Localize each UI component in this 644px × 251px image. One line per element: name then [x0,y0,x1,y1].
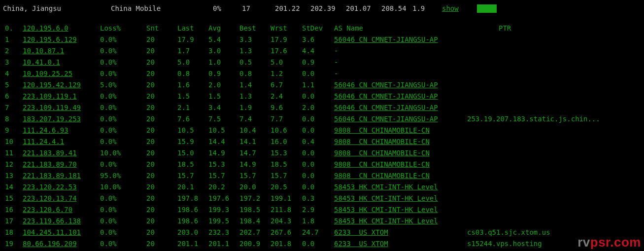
col-asname: AS Name [334,23,363,34]
hop-wrst: 9.6 [271,102,283,113]
hop-host[interactable]: 221.183.89.181 [23,170,81,181]
header-location: China, Jiangsu [3,3,61,14]
hop-best: 1.3 [239,91,252,102]
hop-ptr: 253.19.207.183.static.js.chin... [467,113,600,125]
hop-wrst: 10.6 [271,125,287,136]
hop-host[interactable]: 120.195.6.129 [23,34,77,45]
hop-avg: 5.4 [208,34,221,45]
hop-asname[interactable]: 56046 CN CMNET-JIANGSU-AP [334,102,438,113]
hop-host[interactable]: 10.41.0.1 [23,57,60,68]
hop-stdev: 1.1 [302,79,314,91]
show-link[interactable]: show [442,3,459,14]
hop-index: 14 [5,181,13,193]
hop-wrst: 17.9 [271,34,287,45]
hop-last: 5.0 [177,57,190,68]
hop-host[interactable]: 223.120.22.53 [23,181,77,193]
hop-asname: - [334,68,338,79]
hop-last: 10.5 [177,125,194,136]
hop-asname[interactable]: 9808 CN CHINAMOBILE-CN [334,125,430,136]
hop-last: 198.6 [177,215,198,227]
hop-best: 1.4 [239,79,252,91]
hop-wrst: 17.6 [271,45,287,57]
hop-stdev: 0.3 [302,193,314,204]
hop-host[interactable]: 221.183.89.41 [23,147,77,159]
hop-host[interactable]: 111.24.4.1 [23,136,64,147]
hop-last: 15.7 [177,170,194,181]
hop-best: 0.5 [239,57,252,68]
hop-asname[interactable]: 58453 HK CMI-INT-HK Level [334,215,438,227]
hop-host[interactable]: 104.245.11.101 [23,227,81,238]
hop-stdev: 0.0 [302,113,314,125]
hop-snt: 20 [146,91,155,102]
hop-host[interactable]: 223.109.119.1 [23,91,77,102]
hop-wrst: 267.6 [271,227,291,238]
hop-asname[interactable]: 9808 CN CHINAMOBILE-CN [334,147,430,159]
hop-asname[interactable]: 58453 HK CMI-INT-HK Level [334,193,438,204]
hop-asname[interactable]: 56046 CN CMNET-JIANGSU-AP [334,113,438,125]
hop-avg: 1.5 [208,91,221,102]
hop-index: 9 [5,125,9,136]
hop-loss: 10.0% [100,147,121,159]
hop-last: 197.8 [177,193,198,204]
hop-ptr: s15244.vps.hosting [467,238,542,250]
hop-last: 2.1 [177,102,190,113]
hop-stdev: 3.6 [302,34,314,45]
hop-stdev: 0.0 [302,159,314,170]
col-best: Best [239,23,256,34]
hop-host[interactable]: 120.195.6.0 [23,23,68,34]
hop-asname[interactable]: 58453 HK CMI-INT-HK Level [334,204,438,215]
hop-wrst: 1.2 [271,68,283,79]
hop-avg: 3.4 [208,102,221,113]
watermark-part2: psr.com [590,235,641,250]
hop-asname[interactable]: 6233 US XTOM [334,227,388,238]
hop-wrst: 6.7 [271,79,283,91]
hop-host[interactable]: 10.109.25.25 [23,68,72,79]
hop-stdev: 1.8 [302,215,314,227]
hop-asname[interactable]: 9808 CN CHINAMOBILE-CN [334,159,430,170]
col-snt: Snt [146,23,159,34]
hop-best: 14.1 [239,136,256,147]
hop-loss: 0.0% [100,125,117,136]
hop-wrst: 199.1 [271,193,291,204]
hop-asname[interactable]: 56046 CN CMNET-JIANGSU-AP [334,34,438,45]
hop-snt: 20 [146,57,155,68]
hop-host[interactable]: 223.109.119.49 [23,102,81,113]
col-loss: Loss% [100,23,121,34]
hop-asname[interactable]: 9808 CN CHINAMOBILE-CN [334,170,430,181]
hop-host[interactable]: 221.183.89.70 [23,159,77,170]
hop-asname[interactable]: 56046 CN CMNET-JIANGSU-AP [334,79,438,91]
hop-asname[interactable]: 9808 CN CHINAMOBILE-CN [334,136,430,147]
hop-host[interactable]: 10.10.87.1 [23,45,64,57]
hop-loss: 0.0% [100,159,117,170]
watermark: rvpsr.com [577,237,641,248]
hop-best: 7.4 [239,113,252,125]
watermark-part1: rv [577,235,590,250]
hop-host[interactable]: 183.207.19.253 [23,113,81,125]
hop-host[interactable]: 111.24.6.93 [23,125,68,136]
header-stat-loss: 0% [213,3,221,14]
hop-last: 203.0 [177,227,198,238]
hop-asname[interactable]: 6233 US XTOM [334,238,388,250]
hop-loss: 0.0% [100,136,117,147]
hop-asname[interactable]: 56046 CN CMNET-JIANGSU-AP [334,91,438,102]
hop-stdev: 0.0 [302,147,314,159]
hop-best: 14.9 [239,159,256,170]
hop-avg: 0.9 [208,68,221,79]
hop-snt: 20 [146,113,155,125]
header-stat-stdev: 1.9 [412,3,425,14]
hop-host[interactable]: 223.120.13.74 [23,193,77,204]
hop-last: 1.5 [177,91,190,102]
hop-wrst: 201.8 [271,238,291,250]
hop-host[interactable]: 80.66.196.209 [23,238,77,250]
hop-snt: 20 [146,227,155,238]
hop-snt: 20 [146,215,155,227]
hop-host[interactable]: 223.119.66.138 [23,215,81,227]
hop-asname[interactable]: 58453 HK CMI-INT-HK Level [334,181,438,193]
hop-host[interactable]: 120.195.42.129 [23,79,81,91]
hop-loss: 0.0% [100,57,117,68]
hop-avg: 15.3 [208,159,225,170]
hop-avg: 232.3 [208,227,229,238]
hop-last: 18.5 [177,159,194,170]
hop-avg: 7.5 [208,113,221,125]
hop-host[interactable]: 223.120.6.70 [23,204,72,215]
